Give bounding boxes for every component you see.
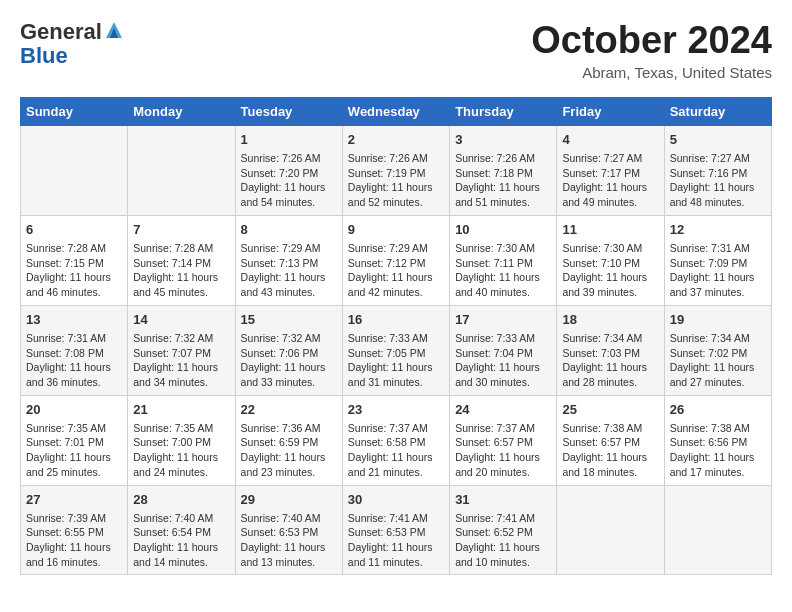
calendar-cell: 20Sunrise: 7:35 AM Sunset: 7:01 PM Dayli… xyxy=(21,395,128,485)
cell-content: Sunrise: 7:41 AM Sunset: 6:53 PM Dayligh… xyxy=(348,511,444,570)
day-number: 14 xyxy=(133,311,229,329)
cell-content: Sunrise: 7:27 AM Sunset: 7:16 PM Dayligh… xyxy=(670,151,766,210)
day-number: 25 xyxy=(562,401,658,419)
calendar-cell: 17Sunrise: 7:33 AM Sunset: 7:04 PM Dayli… xyxy=(450,305,557,395)
day-number: 4 xyxy=(562,131,658,149)
cell-content: Sunrise: 7:36 AM Sunset: 6:59 PM Dayligh… xyxy=(241,421,337,480)
month-title: October 2024 xyxy=(531,20,772,62)
calendar-cell: 1Sunrise: 7:26 AM Sunset: 7:20 PM Daylig… xyxy=(235,125,342,215)
calendar-cell: 24Sunrise: 7:37 AM Sunset: 6:57 PM Dayli… xyxy=(450,395,557,485)
cell-content: Sunrise: 7:26 AM Sunset: 7:18 PM Dayligh… xyxy=(455,151,551,210)
calendar-cell: 4Sunrise: 7:27 AM Sunset: 7:17 PM Daylig… xyxy=(557,125,664,215)
cell-content: Sunrise: 7:31 AM Sunset: 7:08 PM Dayligh… xyxy=(26,331,122,390)
calendar-cell: 31Sunrise: 7:41 AM Sunset: 6:52 PM Dayli… xyxy=(450,485,557,575)
calendar-table: Sunday Monday Tuesday Wednesday Thursday… xyxy=(20,97,772,576)
header-wednesday: Wednesday xyxy=(342,97,449,125)
header-sunday: Sunday xyxy=(21,97,128,125)
cell-content: Sunrise: 7:35 AM Sunset: 7:00 PM Dayligh… xyxy=(133,421,229,480)
calendar-week-row: 13Sunrise: 7:31 AM Sunset: 7:08 PM Dayli… xyxy=(21,305,772,395)
day-number: 20 xyxy=(26,401,122,419)
cell-content: Sunrise: 7:26 AM Sunset: 7:19 PM Dayligh… xyxy=(348,151,444,210)
cell-content: Sunrise: 7:41 AM Sunset: 6:52 PM Dayligh… xyxy=(455,511,551,570)
cell-content: Sunrise: 7:37 AM Sunset: 6:58 PM Dayligh… xyxy=(348,421,444,480)
cell-content: Sunrise: 7:33 AM Sunset: 7:05 PM Dayligh… xyxy=(348,331,444,390)
calendar-cell: 16Sunrise: 7:33 AM Sunset: 7:05 PM Dayli… xyxy=(342,305,449,395)
day-number: 12 xyxy=(670,221,766,239)
day-number: 31 xyxy=(455,491,551,509)
cell-content: Sunrise: 7:38 AM Sunset: 6:57 PM Dayligh… xyxy=(562,421,658,480)
day-number: 30 xyxy=(348,491,444,509)
cell-content: Sunrise: 7:33 AM Sunset: 7:04 PM Dayligh… xyxy=(455,331,551,390)
calendar-cell: 9Sunrise: 7:29 AM Sunset: 7:12 PM Daylig… xyxy=(342,215,449,305)
logo-general-text: General xyxy=(20,20,102,44)
day-number: 8 xyxy=(241,221,337,239)
cell-content: Sunrise: 7:28 AM Sunset: 7:14 PM Dayligh… xyxy=(133,241,229,300)
calendar-week-row: 20Sunrise: 7:35 AM Sunset: 7:01 PM Dayli… xyxy=(21,395,772,485)
calendar-cell: 10Sunrise: 7:30 AM Sunset: 7:11 PM Dayli… xyxy=(450,215,557,305)
cell-content: Sunrise: 7:38 AM Sunset: 6:56 PM Dayligh… xyxy=(670,421,766,480)
cell-content: Sunrise: 7:30 AM Sunset: 7:10 PM Dayligh… xyxy=(562,241,658,300)
cell-content: Sunrise: 7:40 AM Sunset: 6:53 PM Dayligh… xyxy=(241,511,337,570)
logo: General Blue xyxy=(20,20,124,68)
header-monday: Monday xyxy=(128,97,235,125)
cell-content: Sunrise: 7:34 AM Sunset: 7:03 PM Dayligh… xyxy=(562,331,658,390)
day-number: 23 xyxy=(348,401,444,419)
day-number: 22 xyxy=(241,401,337,419)
location-text: Abram, Texas, United States xyxy=(531,64,772,81)
header-saturday: Saturday xyxy=(664,97,771,125)
calendar-cell: 26Sunrise: 7:38 AM Sunset: 6:56 PM Dayli… xyxy=(664,395,771,485)
day-number: 11 xyxy=(562,221,658,239)
cell-content: Sunrise: 7:27 AM Sunset: 7:17 PM Dayligh… xyxy=(562,151,658,210)
day-number: 27 xyxy=(26,491,122,509)
calendar-week-row: 6Sunrise: 7:28 AM Sunset: 7:15 PM Daylig… xyxy=(21,215,772,305)
calendar-cell: 8Sunrise: 7:29 AM Sunset: 7:13 PM Daylig… xyxy=(235,215,342,305)
day-number: 19 xyxy=(670,311,766,329)
day-number: 24 xyxy=(455,401,551,419)
calendar-week-row: 27Sunrise: 7:39 AM Sunset: 6:55 PM Dayli… xyxy=(21,485,772,575)
day-number: 26 xyxy=(670,401,766,419)
day-number: 1 xyxy=(241,131,337,149)
cell-content: Sunrise: 7:40 AM Sunset: 6:54 PM Dayligh… xyxy=(133,511,229,570)
calendar-cell: 15Sunrise: 7:32 AM Sunset: 7:06 PM Dayli… xyxy=(235,305,342,395)
day-number: 18 xyxy=(562,311,658,329)
cell-content: Sunrise: 7:29 AM Sunset: 7:13 PM Dayligh… xyxy=(241,241,337,300)
cell-content: Sunrise: 7:29 AM Sunset: 7:12 PM Dayligh… xyxy=(348,241,444,300)
header-thursday: Thursday xyxy=(450,97,557,125)
cell-content: Sunrise: 7:32 AM Sunset: 7:06 PM Dayligh… xyxy=(241,331,337,390)
calendar-header: Sunday Monday Tuesday Wednesday Thursday… xyxy=(21,97,772,125)
day-number: 6 xyxy=(26,221,122,239)
calendar-cell: 5Sunrise: 7:27 AM Sunset: 7:16 PM Daylig… xyxy=(664,125,771,215)
cell-content: Sunrise: 7:37 AM Sunset: 6:57 PM Dayligh… xyxy=(455,421,551,480)
day-number: 17 xyxy=(455,311,551,329)
day-number: 21 xyxy=(133,401,229,419)
calendar-cell: 19Sunrise: 7:34 AM Sunset: 7:02 PM Dayli… xyxy=(664,305,771,395)
logo-triangle-icon xyxy=(104,20,124,40)
day-number: 10 xyxy=(455,221,551,239)
calendar-cell: 2Sunrise: 7:26 AM Sunset: 7:19 PM Daylig… xyxy=(342,125,449,215)
cell-content: Sunrise: 7:28 AM Sunset: 7:15 PM Dayligh… xyxy=(26,241,122,300)
day-number: 9 xyxy=(348,221,444,239)
cell-content: Sunrise: 7:30 AM Sunset: 7:11 PM Dayligh… xyxy=(455,241,551,300)
cell-content: Sunrise: 7:32 AM Sunset: 7:07 PM Dayligh… xyxy=(133,331,229,390)
calendar-cell: 7Sunrise: 7:28 AM Sunset: 7:14 PM Daylig… xyxy=(128,215,235,305)
calendar-cell: 11Sunrise: 7:30 AM Sunset: 7:10 PM Dayli… xyxy=(557,215,664,305)
calendar-cell: 29Sunrise: 7:40 AM Sunset: 6:53 PM Dayli… xyxy=(235,485,342,575)
calendar-cell: 14Sunrise: 7:32 AM Sunset: 7:07 PM Dayli… xyxy=(128,305,235,395)
calendar-cell: 12Sunrise: 7:31 AM Sunset: 7:09 PM Dayli… xyxy=(664,215,771,305)
calendar-cell: 30Sunrise: 7:41 AM Sunset: 6:53 PM Dayli… xyxy=(342,485,449,575)
header-friday: Friday xyxy=(557,97,664,125)
cell-content: Sunrise: 7:31 AM Sunset: 7:09 PM Dayligh… xyxy=(670,241,766,300)
logo-blue-text: Blue xyxy=(20,44,124,68)
day-number: 15 xyxy=(241,311,337,329)
day-number: 2 xyxy=(348,131,444,149)
calendar-cell: 23Sunrise: 7:37 AM Sunset: 6:58 PM Dayli… xyxy=(342,395,449,485)
calendar-cell: 25Sunrise: 7:38 AM Sunset: 6:57 PM Dayli… xyxy=(557,395,664,485)
cell-content: Sunrise: 7:35 AM Sunset: 7:01 PM Dayligh… xyxy=(26,421,122,480)
calendar-cell: 21Sunrise: 7:35 AM Sunset: 7:00 PM Dayli… xyxy=(128,395,235,485)
calendar-cell: 22Sunrise: 7:36 AM Sunset: 6:59 PM Dayli… xyxy=(235,395,342,485)
day-number: 7 xyxy=(133,221,229,239)
calendar-cell: 13Sunrise: 7:31 AM Sunset: 7:08 PM Dayli… xyxy=(21,305,128,395)
page-header: General Blue October 2024 Abram, Texas, … xyxy=(20,20,772,81)
calendar-cell: 27Sunrise: 7:39 AM Sunset: 6:55 PM Dayli… xyxy=(21,485,128,575)
calendar-cell xyxy=(557,485,664,575)
